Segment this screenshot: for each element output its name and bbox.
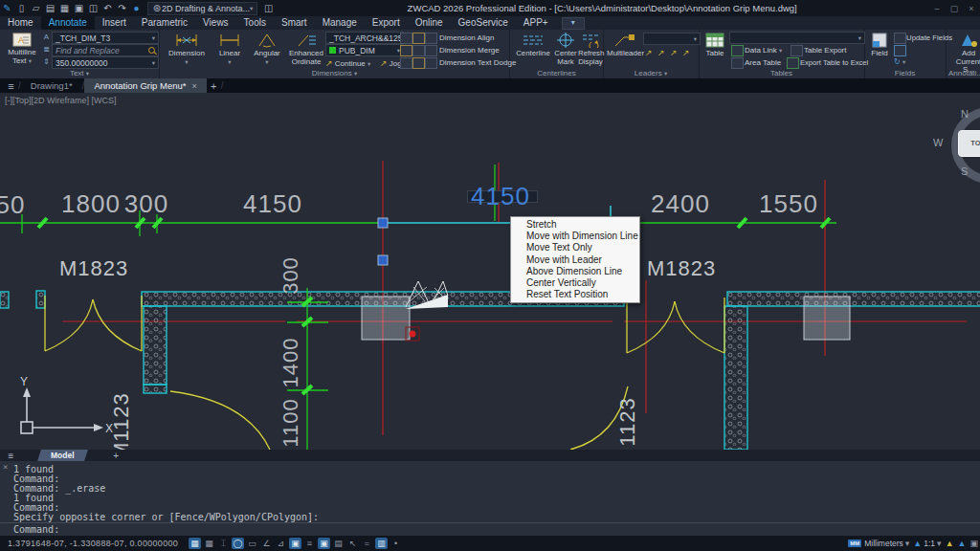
viewcube-west[interactable]: W (933, 137, 943, 148)
collect-leader-icon[interactable]: ↗ (682, 48, 690, 57)
enhanced-ordinate-button[interactable]: EnhancedOrdinate (285, 32, 327, 66)
dim-style-select[interactable]: _TCH_ARCH&&125▾ (325, 32, 404, 44)
menu-item-reset-text-position[interactable]: Reset Text Position (511, 289, 639, 300)
snap-icon[interactable]: ▦ (203, 538, 215, 549)
model-tab[interactable]: Model (37, 450, 87, 461)
linear-dimension-button[interactable]: Linear▾ (212, 32, 247, 66)
tab-smart[interactable]: Smart (274, 16, 315, 30)
tab-home[interactable]: Home (0, 16, 41, 30)
file-tabs-menu-icon[interactable]: ≡ (4, 80, 18, 92)
workspace-switch-icon[interactable]: ▥ (375, 538, 388, 549)
panel-label-tables[interactable]: Tables (699, 69, 864, 77)
refresh-display-button[interactable]: RefreshDisplay (578, 32, 603, 66)
new-tab-button[interactable]: + (207, 80, 221, 92)
add-leader-icon[interactable]: ↗ (645, 48, 653, 57)
menu-item-center-vertically[interactable]: Center Vertically (511, 277, 639, 289)
viewcube-top-face[interactable]: TOP (958, 130, 980, 157)
dim-text-4150-selected[interactable]: 4150 (467, 190, 538, 203)
dim-text-4150[interactable]: 4150 (239, 189, 306, 219)
maximize-button[interactable]: ▢ (946, 4, 963, 13)
file-tab-annotation-grip-menu[interactable]: Annotation Grip Menu*× (84, 78, 206, 93)
menu-item-move-text-only[interactable]: Move Text Only (511, 242, 639, 253)
data-link-button[interactable]: Data Link ▾ (745, 46, 782, 55)
close-button[interactable]: × (963, 4, 980, 13)
save-icon[interactable]: ▤ (43, 3, 57, 13)
lineweight-icon[interactable]: ≡ (303, 538, 316, 549)
menu-item-move-with-dimension-line[interactable]: Move with Dimension Line (511, 231, 639, 242)
undo-icon[interactable]: ↶ (100, 3, 115, 13)
table-button[interactable]: Table (702, 32, 727, 58)
dim-text-v1100[interactable]: 1100 (278, 388, 303, 450)
dim-text-1550[interactable]: 1550 (756, 189, 821, 219)
tab-export[interactable]: Export (365, 16, 408, 30)
ortho-icon[interactable]: ◯ (232, 538, 244, 549)
tab-annotate[interactable]: Annotate (41, 16, 95, 30)
text-style-select[interactable]: _TCH_DIM_T3▾ (52, 32, 159, 44)
tab-geoservice[interactable]: GeoService (451, 16, 516, 30)
dimension-align-button[interactable]: Dimension Align (439, 33, 494, 42)
dim-jog-line-icon[interactable] (412, 45, 425, 56)
tab-parametric[interactable]: Parametric (134, 16, 195, 30)
door-label-1123[interactable]: 1123 (615, 395, 640, 449)
viewcube-north[interactable]: N (961, 108, 969, 120)
print-icon[interactable]: ▣ (72, 3, 86, 13)
dim-text-v1400[interactable]: 1400 (278, 328, 303, 397)
door-label-m1823-right[interactable]: M1823 (647, 256, 716, 281)
osnap-tracking-icon[interactable]: ⊿ (275, 538, 287, 549)
new-icon[interactable]: ▯ (14, 3, 29, 13)
remove-leader-icon[interactable]: ↗ (657, 48, 665, 57)
multiline-text-button[interactable]: A Multiline Text ▾ (2, 32, 42, 65)
units-label[interactable]: Millimeters (864, 539, 903, 548)
layout-menu-icon[interactable]: ≡ (4, 451, 18, 461)
menu-item-stretch[interactable]: Stretch (511, 219, 639, 231)
dim-text-1800[interactable]: 1800 (57, 189, 124, 219)
area-table-button[interactable]: Area Table (745, 58, 781, 67)
preview-icon[interactable]: ◫ (86, 3, 100, 13)
angular-dimension-button[interactable]: Angular▾ (249, 32, 285, 66)
command-input[interactable]: Command: (0, 522, 980, 536)
viewport-controls[interactable]: [-][Top][2D Wireframe] [WCS] (5, 96, 117, 105)
workspace-switcher[interactable]: ⊛ 2D Drafting & Annota... ▾ (147, 2, 257, 15)
viewcube-south[interactable]: S (961, 165, 968, 177)
open-icon[interactable]: ▱ (29, 3, 43, 13)
dynamic-input-icon[interactable]: ▭ (246, 538, 258, 549)
selected-grip[interactable] (378, 218, 388, 228)
annotation-monitor-icon[interactable]: = (361, 538, 373, 549)
sheet-set-icon[interactable]: ◫ (261, 3, 276, 13)
switch-window-icon[interactable]: ▣ (969, 539, 978, 548)
file-tab-drawing1[interactable]: Drawing1* (21, 78, 82, 93)
dimension-merge-button[interactable]: Dimension Merge (439, 46, 500, 55)
panel-label-centerlines[interactable]: Centerlines (510, 69, 603, 77)
dimension-text-dodge-button[interactable]: Dimension Text Dodge (439, 58, 516, 67)
polar-tracking-icon[interactable]: ∠ (260, 538, 273, 549)
find-replace-input[interactable]: Find and Replace (52, 44, 159, 56)
tab-insert[interactable]: Insert (95, 16, 134, 30)
panel-label-text[interactable]: Text ▾ (0, 69, 159, 77)
tab-tools[interactable]: Tools (236, 16, 274, 30)
save-all-icon[interactable]: ▦ (57, 3, 72, 13)
dim-layer-select[interactable]: PUB_DIM▾ (325, 44, 404, 56)
annotation-scale-value[interactable]: 1:1 (924, 539, 935, 548)
panel-label-annotation[interactable]: Annotati... (946, 69, 980, 77)
annotation-visibility-icon[interactable]: ▲ (946, 539, 954, 548)
command-window[interactable]: × 1 found Command: Command: _.erase 1 fo… (0, 461, 980, 536)
tab-manage[interactable]: Manage (315, 16, 365, 30)
clean-screen-icon[interactable]: • (390, 538, 402, 549)
multileader-style-select[interactable]: ▾ (643, 33, 701, 45)
table-export-button[interactable]: Table Export (804, 46, 846, 55)
dim-text-300[interactable]: 300 (122, 189, 170, 219)
chevron-down-icon[interactable]: ▾ (905, 539, 910, 548)
new-layout-button[interactable]: + (109, 451, 123, 461)
online-globe-icon[interactable]: ● (129, 3, 144, 13)
isometric-draft-icon[interactable]: ⌶ (217, 538, 230, 549)
chevron-down-icon[interactable]: ▾ (937, 539, 942, 548)
grip-midpoint[interactable] (378, 255, 388, 265)
panel-label-fields[interactable]: Fields (864, 69, 946, 77)
osnap-icon[interactable]: ▣ (289, 538, 301, 549)
field-button[interactable]: Field (868, 32, 891, 58)
dim-break-icon[interactable] (400, 45, 412, 56)
dimension-button[interactable]: Dimension▾ (165, 32, 209, 66)
door-label-m1823-left[interactable]: M1823 (59, 256, 128, 281)
add-current-scale-button[interactable]: AddCurrent S... (949, 32, 980, 75)
close-tab-icon[interactable]: × (192, 81, 197, 91)
